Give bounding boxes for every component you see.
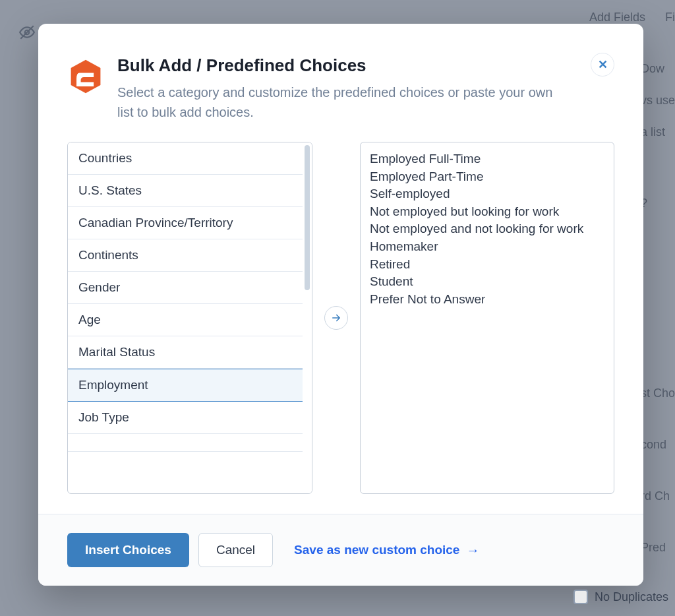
category-item[interactable]: Employment xyxy=(68,369,303,402)
bg-no-duplicates: No Duplicates xyxy=(573,590,668,604)
modal-body: CountriesU.S. StatesCanadian Province/Te… xyxy=(38,122,643,514)
category-item[interactable]: Marital Status xyxy=(68,336,303,369)
modal-subtitle: Select a category and customize the pred… xyxy=(117,82,566,122)
category-list[interactable]: CountriesU.S. StatesCanadian Province/Te… xyxy=(68,142,303,493)
scrollbar-thumb[interactable] xyxy=(305,145,310,290)
transfer-arrow-button[interactable] xyxy=(324,306,348,330)
category-item[interactable]: Canadian Province/Territory xyxy=(68,207,303,239)
insert-choices-button[interactable]: Insert Choices xyxy=(67,533,189,567)
category-item[interactable]: Continents xyxy=(68,239,303,272)
cancel-button[interactable]: Cancel xyxy=(198,533,273,567)
checkbox-icon xyxy=(573,590,588,604)
save-custom-choice-link[interactable]: Save as new custom choice → xyxy=(294,543,479,558)
gravity-forms-logo-icon xyxy=(67,58,104,95)
category-list-panel: CountriesU.S. StatesCanadian Province/Te… xyxy=(67,142,312,494)
modal-title: Bulk Add / Predefined Choices xyxy=(117,55,614,76)
modal-header: Bulk Add / Predefined Choices Select a c… xyxy=(38,24,643,122)
arrow-right-icon: → xyxy=(466,543,479,558)
choices-textarea[interactable] xyxy=(360,142,614,494)
arrow-right-icon xyxy=(330,312,342,324)
save-custom-label: Save as new custom choice xyxy=(294,543,459,557)
category-scrollbar[interactable] xyxy=(303,142,312,493)
category-item[interactable]: U.S. States xyxy=(68,175,303,207)
category-item[interactable] xyxy=(68,434,303,452)
category-item[interactable]: Gender xyxy=(68,272,303,304)
modal-footer: Insert Choices Cancel Save as new custom… xyxy=(38,514,643,586)
category-item[interactable]: Age xyxy=(68,304,303,336)
bulk-add-modal: Bulk Add / Predefined Choices Select a c… xyxy=(38,24,643,586)
close-button[interactable]: ✕ xyxy=(591,53,614,77)
category-item[interactable]: Countries xyxy=(68,142,303,175)
close-icon: ✕ xyxy=(598,57,608,72)
category-item[interactable]: Job Type xyxy=(68,402,303,434)
